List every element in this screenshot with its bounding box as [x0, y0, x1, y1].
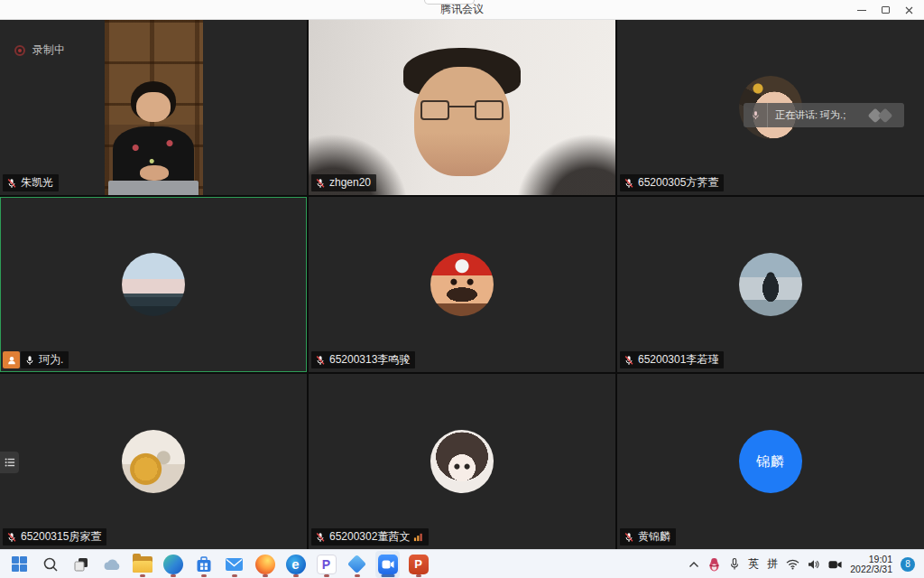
mic-muted-icon [624, 178, 634, 189]
mic-muted-icon [315, 532, 326, 543]
mic-muted-icon [624, 355, 634, 366]
taskbar-clock[interactable]: 19:01 2022/3/31 [850, 555, 892, 574]
participant-video [105, 20, 203, 195]
microsoft-store-button[interactable] [191, 551, 216, 578]
running-indicator [263, 574, 268, 577]
list-icon [5, 457, 15, 468]
member-list-toggle[interactable] [0, 452, 19, 473]
participant-video [309, 20, 615, 195]
onedrive-cloud-icon [102, 557, 122, 572]
onedrive-button[interactable] [99, 551, 124, 578]
mic-on-icon [24, 355, 35, 366]
mail-button[interactable] [222, 551, 246, 578]
mic-muted-icon [315, 355, 326, 366]
participant-name: 65200315房家萱 [21, 530, 101, 544]
participant-tile-limingjun[interactable]: 65200313李鸣骏 [309, 197, 615, 372]
maximize-button[interactable] [873, 0, 897, 20]
task-view-icon [72, 555, 90, 573]
edge-legacy-button[interactable]: e [283, 551, 308, 578]
edge-icon [163, 555, 183, 574]
title-bar: 腾讯会议 [0, 0, 924, 20]
running-indicator [293, 574, 299, 577]
video-laptop [108, 181, 199, 195]
running-indicator [140, 574, 145, 577]
camera-tray-icon[interactable] [828, 559, 842, 570]
participant-tile-fangjiaxuan[interactable]: 65200315房家萱 [0, 374, 307, 549]
edge-button[interactable] [161, 551, 185, 578]
name-tag: 65200301李若瑾 [620, 351, 724, 368]
participant-tile-huangjinlin[interactable]: 锦麟 黄锦麟 [617, 374, 924, 549]
firefox-button[interactable] [253, 551, 277, 578]
tencent-meeting-window: 腾讯会议 录制中 [0, 0, 924, 578]
microphone-tray-icon[interactable] [729, 557, 740, 571]
tencent-meeting-button[interactable] [375, 551, 400, 578]
participant-tile-zhgen20[interactable]: zhgen20 [309, 20, 615, 195]
running-indicator [324, 574, 329, 577]
mic-muted-icon [315, 178, 326, 189]
participant-tile-kewei[interactable]: 珂为. [0, 197, 307, 372]
avatar-initials: 锦麟 [756, 453, 785, 471]
running-indicator [171, 574, 176, 577]
system-tray: 英 拼 19:01 2022/3/31 8 [688, 555, 924, 574]
tray-expand-chevron-icon[interactable] [688, 561, 699, 568]
participant-name: zhgen20 [329, 176, 371, 190]
minimize-button[interactable] [850, 0, 873, 20]
mail-icon [225, 557, 244, 572]
participant-name: 黄锦麟 [638, 530, 670, 544]
powerpoint-icon: P [409, 555, 429, 574]
participant-name: 65200301李若瑾 [638, 353, 718, 367]
name-tag: 65200305方荠萱 [620, 174, 724, 191]
name-tag: zhgen20 [311, 174, 376, 191]
task-view-button[interactable] [69, 551, 93, 578]
recording-indicator: 录制中 [14, 42, 65, 58]
participant-name: 珂为. [39, 353, 63, 367]
start-button[interactable] [7, 551, 32, 578]
window-title: 腾讯会议 [0, 0, 924, 19]
volume-icon[interactable] [808, 559, 820, 570]
folder-icon [133, 556, 152, 573]
name-tag: 65200302董茜文 [311, 528, 429, 545]
ime-mode-indicator[interactable]: 拼 [767, 556, 778, 572]
avatar [430, 253, 494, 316]
meeting-logo-watermark [870, 109, 893, 122]
p-app-button[interactable]: P [314, 551, 338, 578]
tencent-meeting-icon [378, 555, 398, 574]
maximize-icon [882, 6, 890, 14]
name-tag: 黄锦麟 [620, 528, 676, 545]
participant-tile-liruojin[interactable]: 65200301李若瑾 [617, 197, 924, 372]
search-button[interactable] [38, 551, 62, 578]
wifi-icon[interactable] [786, 559, 799, 570]
avatar [430, 430, 494, 493]
tencent-app-button[interactable] [345, 551, 369, 578]
mic-muted-icon [6, 532, 17, 543]
running-indicator [355, 574, 360, 577]
firefox-icon [255, 555, 275, 574]
ime-language-indicator[interactable]: 英 [748, 556, 759, 572]
close-button[interactable] [897, 0, 920, 20]
host-badge [3, 351, 20, 368]
powerpoint-button[interactable]: P [406, 551, 430, 578]
participant-tile-zhukaiguang[interactable]: 录制中 朱凯光 [0, 20, 307, 195]
name-tag: 65200313李鸣骏 [311, 351, 415, 368]
notification-badge[interactable]: 8 [901, 557, 915, 572]
qq-tray-icon[interactable] [707, 557, 721, 572]
name-tag: 朱凯光 [3, 174, 59, 191]
avatar [122, 253, 185, 316]
participant-tile-dongqianwen[interactable]: 65200302董茜文 [309, 374, 615, 549]
clock-time: 19:01 [850, 555, 892, 564]
mic-muted-icon [6, 178, 17, 189]
video-person-face [414, 67, 509, 175]
running-indicator [232, 574, 237, 577]
speaking-mic-icon [751, 110, 761, 120]
participant-name: 65200313李鸣骏 [329, 353, 410, 367]
minimize-icon [857, 10, 866, 11]
video-person-face [136, 92, 170, 122]
mic-muted-icon [624, 532, 634, 543]
close-icon [905, 6, 913, 14]
participant-name: 朱凯光 [21, 176, 53, 190]
participant-tile-fangqixuan[interactable]: 正在讲话: 珂为.; 65200305方荠萱 [617, 20, 924, 195]
glasses-right-lens [475, 100, 504, 119]
windows-taskbar: e P P [0, 549, 924, 578]
file-explorer-button[interactable] [130, 551, 154, 578]
glasses-bridge [449, 106, 474, 107]
